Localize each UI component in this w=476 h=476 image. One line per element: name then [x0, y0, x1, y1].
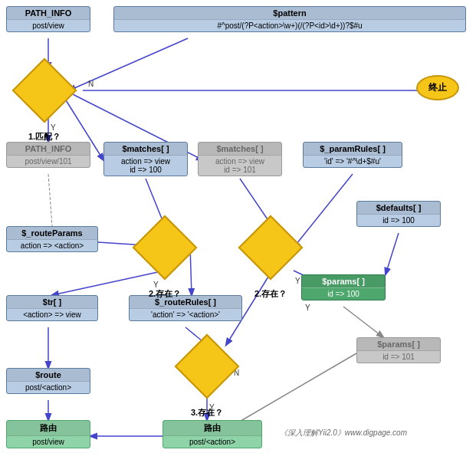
params-100-value: id => 100 — [302, 288, 385, 300]
defaults-value: id => 100 — [357, 215, 440, 226]
exist3-diamond: 3.存在？ — [184, 343, 238, 397]
y-label-4: Y — [305, 304, 310, 312]
pattern-header: $pattern — [114, 7, 465, 20]
path-info-top-header: PATH_INFO — [7, 7, 90, 20]
tr-box: $tr[ ] <action> => view — [6, 295, 98, 321]
diamond-label-2: 2.存在？ — [142, 271, 188, 317]
svg-line-19 — [343, 307, 383, 337]
svg-line-21 — [48, 174, 52, 226]
params-101-box: $params[ ] id => 101 — [356, 337, 441, 363]
svg-line-1 — [69, 38, 188, 90]
road1-box: 路由 post/view — [6, 420, 90, 448]
params-100-header: $params[ ] — [302, 275, 385, 288]
road2-value: post/<action> — [163, 436, 261, 448]
match-diamond: 1.匹配？ — [21, 67, 75, 121]
exist1-diamond: 2.存在？ — [142, 225, 195, 278]
end-oval-shape: 终止 — [416, 75, 459, 100]
params-101-header: $params[ ] — [357, 338, 440, 351]
diamond-label-1: 1.匹配？ — [21, 113, 67, 159]
exist2-diamond: 2.存在？ — [248, 225, 301, 278]
route-box: $route post/<action> — [6, 368, 90, 394]
param-rules-box: $_paramRules[ ] 'id' => '#^\d+$#u' — [303, 142, 402, 168]
matches-101-header: $matches[ ] — [199, 143, 281, 156]
route-value: post/<action> — [7, 382, 90, 393]
param-rules-header: $_paramRules[ ] — [304, 143, 402, 156]
watermark-text: 《深入理解Yii2.0》www.digpage.com — [280, 428, 407, 438]
matches-100-header: $matches[ ] — [104, 143, 187, 156]
defaults-box: $defaults[ ] id => 100 — [356, 201, 441, 227]
diagram: N Y Y Y Y — [0, 0, 476, 476]
diamond-label-3: 2.存在？ — [248, 271, 294, 317]
param-rules-value: 'id' => '#^\d+$#u' — [304, 156, 402, 167]
diamond-label-4: 3.存在？ — [184, 389, 230, 435]
end-oval: 终止 — [416, 75, 459, 100]
route-header: $route — [7, 369, 90, 382]
svg-line-9 — [386, 233, 399, 274]
n-label: N — [88, 80, 94, 88]
road1-header: 路由 — [7, 421, 90, 436]
path-info-top-value: post/view — [7, 20, 90, 31]
defaults-header: $defaults[ ] — [357, 202, 440, 215]
road1-value: post/view — [7, 436, 90, 448]
params-101-value: id => 101 — [357, 351, 440, 363]
matches-100-value: action => view id => 100 — [104, 156, 187, 176]
route-params-value: action => <action> — [7, 240, 97, 251]
tr-header: $tr[ ] — [7, 296, 97, 309]
pattern-value: #^post/(?P<action>\w+)(/(?P<id>\d+))?$#u — [114, 20, 465, 31]
svg-line-8 — [294, 174, 353, 248]
tr-value: <action> => view — [7, 309, 97, 320]
pattern-box: $pattern #^post/(?P<action>\w+)(/(?P<id>… — [113, 6, 466, 32]
matches-101-box: $matches[ ] action => view id => 101 — [198, 142, 282, 176]
route-params-box: $_routeParams action => <action> — [6, 226, 98, 252]
matches-100-box: $matches[ ] action => view id => 100 — [103, 142, 188, 176]
path-info-top: PATH_INFO post/view — [6, 6, 90, 32]
matches-101-value: action => view id => 101 — [199, 156, 281, 176]
params-100-box: $params[ ] id => 100 — [301, 274, 386, 300]
route-params-header: $_routeParams — [7, 227, 97, 240]
